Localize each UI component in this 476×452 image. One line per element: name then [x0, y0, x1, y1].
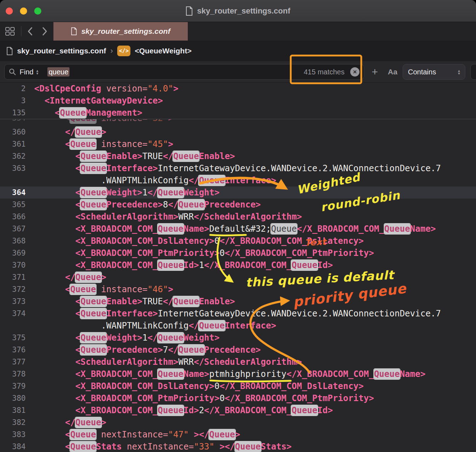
search-query-selected-text[interactable]: queue	[47, 67, 69, 77]
tab-label: sky_router_settings.conf	[81, 27, 170, 36]
code-text: <X_BROADCOM_COM_DslLatency>0</X_BROADCOM…	[29, 381, 364, 391]
tab-document-icon	[71, 27, 77, 35]
editor-window: sky_router_settings.conf sky_router_sett…	[0, 0, 476, 452]
code-text: <QueueInterface>InternetGatewayDevice.WA…	[29, 309, 441, 319]
code-text: <X_BROADCOM_COM_PtmPriority>0</X_BROADCO…	[29, 248, 374, 258]
code-text: <QueueStats nextInstance="33" ></QueueSt…	[29, 442, 292, 452]
line-number: 377	[0, 358, 29, 366]
zoom-window-button[interactable]	[34, 7, 41, 15]
code-line[interactable]: 366 <SchedulerAlgorithm>WRR</SchedulerAl…	[0, 211, 476, 223]
line-number: 381	[0, 406, 29, 415]
code-line[interactable]: 383 <Queue nextInstance="47" ></Queue>	[0, 429, 476, 441]
add-find-row-button[interactable]: +	[368, 64, 382, 80]
line-number: 383	[0, 430, 29, 439]
search-input[interactable]: Find ▴▾ queue 415 matches ✕	[4, 64, 364, 80]
code-line[interactable]: 371 </Queue>	[0, 271, 476, 283]
code-text: <SchedulerAlgorithm>WRR</SchedulerAlgori…	[29, 212, 302, 222]
code-line[interactable]: 363 <QueueInterface>InternetGatewayDevic…	[0, 162, 476, 174]
code-text: </Queue>	[29, 127, 106, 137]
xml-element-badge: </>	[117, 46, 130, 56]
line-number: 372	[0, 285, 29, 294]
forward-icon[interactable]	[41, 27, 48, 36]
replace-field-partial[interactable]	[470, 64, 476, 80]
code-line[interactable]: 384 <QueueStats nextInstance="33" ></Que…	[0, 441, 476, 452]
code-line[interactable]: 374 <QueueInterface>InternetGatewayDevic…	[0, 308, 476, 320]
line-number: 2	[0, 84, 29, 93]
code-line[interactable]: 360 </Queue>	[0, 126, 476, 138]
line-number: 371	[0, 273, 29, 282]
line-number: 380	[0, 394, 29, 403]
code-line[interactable]: 375 <QueueWeight>1</QueueWeight>	[0, 332, 476, 344]
code-text: <Queue instance="32">	[29, 119, 173, 123]
code-line[interactable]: 378 <X_BROADCOM_COM_QueueName>ptmhighpri…	[0, 368, 476, 380]
code-text: <QueuePrecedence>8</QueuePrecedence>	[29, 200, 261, 210]
code-text: <QueuePrecedence>7</QueuePrecedence>	[29, 345, 261, 355]
code-line[interactable]: 379 <X_BROADCOM_COM_DslLatency>0</X_BROA…	[0, 380, 476, 392]
code-text: <QueueWeight>1</QueueWeight>	[29, 333, 219, 343]
tab-sky-router-settings[interactable]: sky_router_settings.conf	[53, 22, 188, 41]
code-text: .WANPTMLinkConfig</QueueInterface>	[29, 175, 276, 185]
code-line[interactable]: 372 <Queue instance="46">	[0, 283, 476, 295]
code-text: <DslCpeConfig version="4.0">	[29, 84, 178, 94]
breadcrumb-file[interactable]: sky_router_settings.conf	[17, 47, 106, 55]
code-text: <X_BROADCOM_COM_QueueName>ptmhighpriorit…	[29, 369, 425, 379]
match-mode-stepper-icon: ▴▾	[458, 69, 460, 75]
code-area[interactable]: 2<DslCpeConfig version="4.0">3 <Internet…	[0, 83, 476, 452]
code-line[interactable]: 361 <Queue instance="45">	[0, 138, 476, 150]
match-count-label: 415 matches	[304, 68, 345, 76]
code-line[interactable]: 377 <SchedulerAlgorithm>WRR</SchedulerAl…	[0, 356, 476, 368]
window-title: sky_router_settings.conf	[197, 6, 290, 16]
code-line[interactable]: .WANPTMLinkConfig</QueueInterface>	[0, 320, 476, 332]
code-text: <Queue instance="46">	[29, 284, 173, 294]
code-line[interactable]: 381 <X_BROADCOM_COM_QueueId>2</X_BROADCO…	[0, 404, 476, 416]
code-line[interactable]: 369 <X_BROADCOM_COM_PtmPriority>0</X_BRO…	[0, 247, 476, 259]
search-icon	[9, 68, 16, 75]
find-scope-stepper-icon[interactable]: ▴▾	[36, 69, 38, 75]
code-line[interactable]: 362 <QueueEnable>TRUE</QueueEnable>	[0, 150, 476, 162]
code-line[interactable]: 365 <QueuePrecedence>8</QueuePrecedence>	[0, 199, 476, 211]
breadcrumb-separator: ›	[110, 46, 113, 56]
line-number: 369	[0, 249, 29, 257]
code-text: <Queue nextInstance="47" ></Queue>	[29, 430, 240, 440]
line-number: 354	[0, 119, 29, 122]
code-text: <QueueManagement>	[29, 108, 142, 118]
code-line[interactable]: 2<DslCpeConfig version="4.0">	[0, 83, 476, 95]
back-icon[interactable]	[26, 27, 34, 36]
code-text: <X_BROADCOM_COM_QueueId>1</X_BROADCOM_CO…	[29, 260, 333, 270]
match-mode-select[interactable]: Contains ▴▾	[403, 64, 465, 80]
code-line[interactable]: 354 <Queue instance="32">	[0, 119, 476, 126]
tab-overview-icon[interactable]	[5, 27, 15, 36]
line-number: 365	[0, 200, 29, 209]
code-line[interactable]: 376 <QueuePrecedence>7</QueuePrecedence>	[0, 344, 476, 356]
code-line[interactable]: 380 <X_BROADCOM_COM_PtmPriority>0</X_BRO…	[0, 392, 476, 404]
case-sensitive-toggle[interactable]: Aa	[385, 64, 400, 80]
title-bar: sky_router_settings.conf	[0, 0, 476, 22]
code-line[interactable]: 3 <InternetGatewayDevice>	[0, 95, 476, 107]
toolbar-divider	[21, 26, 21, 36]
code-line[interactable]: 382 </Queue>	[0, 416, 476, 429]
line-number: 376	[0, 346, 29, 354]
breadcrumb-current-element[interactable]: <QueueWeight>	[135, 47, 191, 55]
code-line[interactable]: 373 <QueueEnable>TRUE</QueueEnable>	[0, 295, 476, 308]
clear-search-icon[interactable]: ✕	[350, 67, 359, 77]
code-line[interactable]: 368 <X_BROADCOM_COM_DslLatency>0</X_BROA…	[0, 235, 476, 247]
code-text: <QueueInterface>InternetGatewayDevice.WA…	[29, 163, 441, 173]
code-line[interactable]: 364 <QueueWeight>1</QueueWeight>	[0, 186, 476, 199]
minimize-window-button[interactable]	[20, 7, 27, 15]
code-line[interactable]: 367 <X_BROADCOM_COM_QueueName>Default&#3…	[0, 223, 476, 235]
code-text: <QueueEnable>TRUE</QueueEnable>	[29, 296, 235, 306]
line-number: 375	[0, 333, 29, 342]
code-line[interactable]: 370 <X_BROADCOM_COM_QueueId>1</X_BROADCO…	[0, 259, 476, 271]
line-number: 366	[0, 212, 29, 221]
code-line[interactable]: 135 <QueueManagement>	[0, 107, 476, 119]
document-icon	[186, 6, 193, 16]
code-text: <InternetGatewayDevice>	[29, 96, 163, 106]
code-text: .WANPTMLinkConfig</QueueInterface>	[29, 321, 276, 331]
code-text: <X_BROADCOM_COM_QueueId>2</X_BROADCOM_CO…	[29, 405, 333, 415]
line-number: 135	[0, 109, 29, 117]
close-window-button[interactable]	[6, 7, 13, 15]
code-text: <X_BROADCOM_COM_QueueName>Default&#32;Qu…	[29, 224, 436, 234]
find-scope-label[interactable]: Find	[20, 68, 33, 76]
code-line[interactable]: .WANPTMLinkConfig</QueueInterface>	[0, 174, 476, 186]
code-text: <QueueEnable>TRUE</QueueEnable>	[29, 151, 235, 161]
